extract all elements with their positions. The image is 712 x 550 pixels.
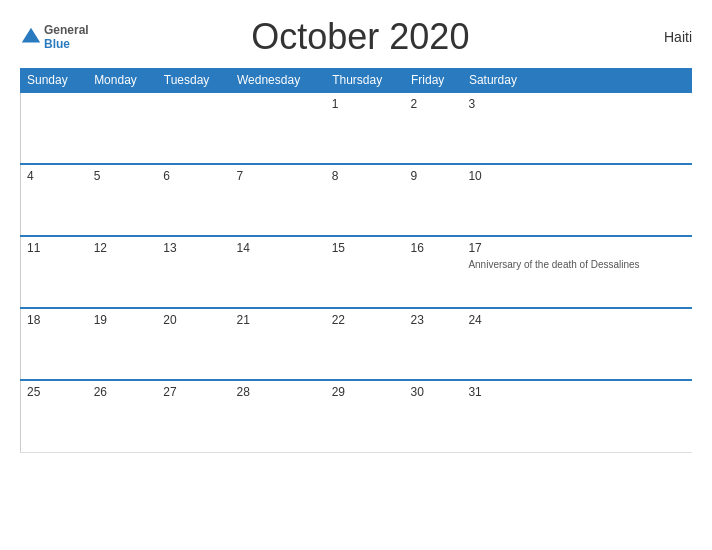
calendar-day-cell: 1: [326, 92, 405, 164]
day-number: 20: [163, 313, 224, 327]
calendar-day-cell: 28: [230, 380, 325, 452]
weekday-row: Sunday Monday Tuesday Wednesday Thursday…: [21, 69, 692, 93]
day-number: 26: [94, 385, 152, 399]
calendar-week-row: 25262728293031: [21, 380, 692, 452]
header-saturday: Saturday: [462, 69, 691, 93]
calendar-day-cell: 18: [21, 308, 88, 380]
day-number: 6: [163, 169, 224, 183]
calendar-day-cell: 5: [88, 164, 158, 236]
day-number: 18: [27, 313, 82, 327]
calendar-day-cell: 3: [462, 92, 691, 164]
calendar-week-row: 45678910: [21, 164, 692, 236]
svg-marker-0: [22, 28, 40, 43]
calendar-day-cell: 26: [88, 380, 158, 452]
day-number: 15: [332, 241, 399, 255]
calendar-day-cell: 25: [21, 380, 88, 452]
calendar-body: 1234567891011121314151617Anniversary of …: [21, 92, 692, 452]
day-number: 10: [468, 169, 685, 183]
day-number: 29: [332, 385, 399, 399]
header-tuesday: Tuesday: [157, 69, 230, 93]
event-text: Anniversary of the death of Dessalines: [468, 259, 639, 270]
calendar-day-cell: 8: [326, 164, 405, 236]
calendar-week-row: 123: [21, 92, 692, 164]
logo: General Blue: [20, 23, 89, 52]
calendar-day-cell: 16: [404, 236, 462, 308]
calendar-day-cell: 20: [157, 308, 230, 380]
calendar-day-cell: 15: [326, 236, 405, 308]
calendar-header: General Blue October 2020 Haiti: [20, 16, 692, 58]
day-number: 25: [27, 385, 82, 399]
calendar-day-cell: 7: [230, 164, 325, 236]
day-number: 28: [236, 385, 319, 399]
calendar-day-cell: 13: [157, 236, 230, 308]
calendar-container: General Blue October 2020 Haiti Sunday M…: [0, 0, 712, 550]
calendar-table: Sunday Monday Tuesday Wednesday Thursday…: [20, 68, 692, 453]
calendar-day-cell: 10: [462, 164, 691, 236]
calendar-day-cell: 14: [230, 236, 325, 308]
month-title: October 2020: [89, 16, 632, 58]
day-number: 16: [410, 241, 456, 255]
header-thursday: Thursday: [326, 69, 405, 93]
day-number: 31: [468, 385, 685, 399]
calendar-day-cell: [88, 92, 158, 164]
day-number: 9: [410, 169, 456, 183]
calendar-week-row: 18192021222324: [21, 308, 692, 380]
logo-blue-text: Blue: [44, 37, 89, 51]
header-wednesday: Wednesday: [230, 69, 325, 93]
day-number: 14: [236, 241, 319, 255]
calendar-day-cell: 11: [21, 236, 88, 308]
calendar-day-cell: 6: [157, 164, 230, 236]
day-number: 5: [94, 169, 152, 183]
calendar-day-cell: 23: [404, 308, 462, 380]
calendar-day-cell: [157, 92, 230, 164]
calendar-day-cell: [21, 92, 88, 164]
calendar-day-cell: 4: [21, 164, 88, 236]
logo-text: General Blue: [44, 23, 89, 52]
header-sunday: Sunday: [21, 69, 88, 93]
day-number: 13: [163, 241, 224, 255]
calendar-header-row: Sunday Monday Tuesday Wednesday Thursday…: [21, 69, 692, 93]
day-number: 19: [94, 313, 152, 327]
day-number: 4: [27, 169, 82, 183]
day-number: 27: [163, 385, 224, 399]
calendar-day-cell: 19: [88, 308, 158, 380]
calendar-day-cell: 2: [404, 92, 462, 164]
day-number: 3: [468, 97, 685, 111]
calendar-day-cell: 22: [326, 308, 405, 380]
logo-icon: [20, 26, 42, 48]
calendar-day-cell: 27: [157, 380, 230, 452]
calendar-week-row: 11121314151617Anniversary of the death o…: [21, 236, 692, 308]
calendar-day-cell: 9: [404, 164, 462, 236]
header-monday: Monday: [88, 69, 158, 93]
day-number: 12: [94, 241, 152, 255]
calendar-day-cell: 12: [88, 236, 158, 308]
calendar-day-cell: 29: [326, 380, 405, 452]
calendar-day-cell: 31: [462, 380, 691, 452]
day-number: 30: [410, 385, 456, 399]
calendar-day-cell: 24: [462, 308, 691, 380]
calendar-day-cell: 21: [230, 308, 325, 380]
country-name: Haiti: [632, 29, 692, 45]
day-number: 8: [332, 169, 399, 183]
day-number: 7: [236, 169, 319, 183]
day-number: 11: [27, 241, 82, 255]
calendar-day-cell: [230, 92, 325, 164]
day-number: 24: [468, 313, 685, 327]
calendar-day-cell: 17Anniversary of the death of Dessalines: [462, 236, 691, 308]
day-number: 17: [468, 241, 685, 255]
logo-general-text: General: [44, 23, 89, 37]
day-number: 1: [332, 97, 399, 111]
day-number: 23: [410, 313, 456, 327]
header-friday: Friday: [404, 69, 462, 93]
calendar-day-cell: 30: [404, 380, 462, 452]
day-number: 21: [236, 313, 319, 327]
day-number: 2: [410, 97, 456, 111]
day-number: 22: [332, 313, 399, 327]
